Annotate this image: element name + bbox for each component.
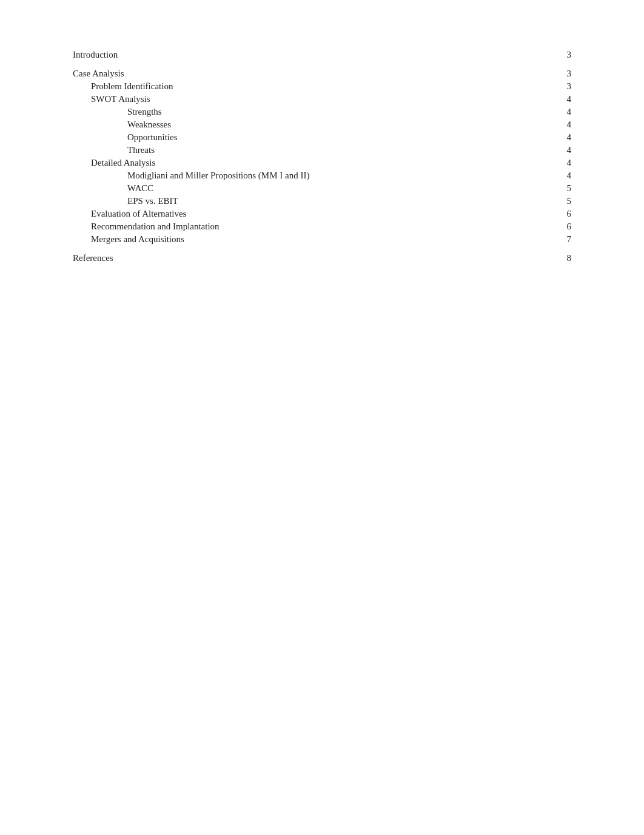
toc-label-weaknesses: Weaknesses <box>109 120 559 130</box>
toc-page-mergers-and-acquisitions: 7 <box>559 234 571 245</box>
toc-label-evaluation-of-alternatives: Evaluation of Alternatives <box>91 209 559 219</box>
table-of-contents: Introduction 3 Case Analysis 3 Problem I… <box>73 50 571 263</box>
toc-page-weaknesses: 4 <box>559 120 571 130</box>
toc-entry-case-analysis: Case Analysis 3 <box>73 69 571 79</box>
toc-page-threats: 4 <box>559 145 571 155</box>
toc-entry-wacc: WACC 5 <box>73 183 571 194</box>
toc-entry-introduction: Introduction 3 <box>73 50 571 60</box>
toc-entry-swot-analysis: SWOT Analysis 4 <box>73 94 571 104</box>
toc-entry-mergers-and-acquisitions: Mergers and Acquisitions 7 <box>73 234 571 245</box>
toc-entry-evaluation-of-alternatives: Evaluation of Alternatives 6 <box>73 209 571 219</box>
toc-page-case-analysis: 3 <box>559 69 571 79</box>
toc-entry-eps-vs-ebit: EPS vs. EBIT 5 <box>73 196 571 206</box>
toc-label-references: References <box>73 253 559 263</box>
toc-page-detailed-analysis: 4 <box>559 158 571 168</box>
toc-page-swot-analysis: 4 <box>559 94 571 104</box>
toc-entry-opportunities: Opportunities 4 <box>73 132 571 143</box>
toc-entry-strengths: Strengths 4 <box>73 107 571 117</box>
toc-page-problem-identification: 3 <box>559 81 571 92</box>
toc-label-opportunities: Opportunities <box>109 132 559 143</box>
toc-label-modigliani: Modigliani and Miller Propositions (MM I… <box>109 171 559 181</box>
toc-label-wacc: WACC <box>109 183 559 194</box>
toc-page-modigliani: 4 <box>559 171 571 181</box>
toc-entry-problem-identification: Problem Identification 3 <box>73 81 571 92</box>
toc-label-swot-analysis: SWOT Analysis <box>91 94 559 104</box>
toc-entry-threats: Threats 4 <box>73 145 571 155</box>
toc-page-introduction: 3 <box>559 50 571 60</box>
toc-page-references: 8 <box>559 253 571 263</box>
toc-entry-weaknesses: Weaknesses 4 <box>73 120 571 130</box>
toc-label-mergers-and-acquisitions: Mergers and Acquisitions <box>91 234 559 245</box>
toc-page-eps-vs-ebit: 5 <box>559 196 571 206</box>
toc-label-introduction: Introduction <box>73 50 559 60</box>
toc-label-problem-identification: Problem Identification <box>91 81 559 92</box>
toc-label-case-analysis: Case Analysis <box>73 69 559 79</box>
toc-label-recommendation-and-implantation: Recommendation and Implantation <box>91 221 559 232</box>
toc-label-detailed-analysis: Detailed Analysis <box>91 158 559 168</box>
toc-label-eps-vs-ebit: EPS vs. EBIT <box>109 196 559 206</box>
toc-page-wacc: 5 <box>559 183 571 194</box>
toc-entry-detailed-analysis: Detailed Analysis 4 <box>73 158 571 168</box>
page: Introduction 3 Case Analysis 3 Problem I… <box>0 0 644 835</box>
toc-page-strengths: 4 <box>559 107 571 117</box>
toc-entry-modigliani: Modigliani and Miller Propositions (MM I… <box>73 171 571 181</box>
toc-page-opportunities: 4 <box>559 132 571 143</box>
toc-entry-references: References 8 <box>73 253 571 263</box>
toc-label-threats: Threats <box>109 145 559 155</box>
toc-entry-recommendation-and-implantation: Recommendation and Implantation 6 <box>73 221 571 232</box>
toc-label-strengths: Strengths <box>109 107 559 117</box>
toc-page-recommendation-and-implantation: 6 <box>559 221 571 232</box>
toc-page-evaluation-of-alternatives: 6 <box>559 209 571 219</box>
